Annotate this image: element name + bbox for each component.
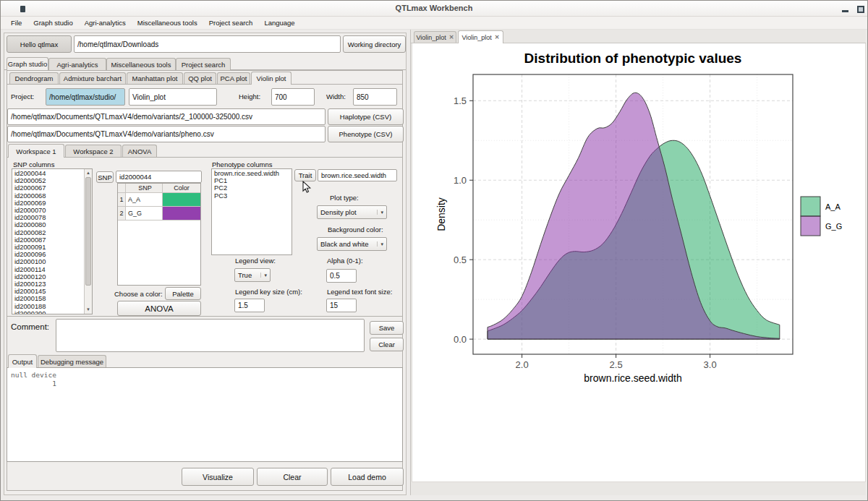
list-item[interactable]: id2000120: [14, 273, 92, 281]
menu-language[interactable]: Language: [258, 17, 300, 28]
visualize-button[interactable]: Visualize: [182, 468, 254, 486]
alpha-input[interactable]: [326, 269, 357, 283]
plot-type-select[interactable]: Density plot ▾: [317, 205, 387, 219]
palette-button[interactable]: Palette: [165, 287, 201, 300]
list-item[interactable]: brown.rice.seed.width: [214, 170, 292, 177]
save-button[interactable]: Save: [370, 321, 404, 335]
tab-graph-studio[interactable]: Graph studio: [7, 57, 48, 70]
mouse-cursor-icon: [302, 181, 312, 194]
tab-dendrogram[interactable]: Dendrogram: [9, 72, 59, 84]
menu-agri-analytics[interactable]: Agri-analytics: [79, 17, 132, 28]
list-item[interactable]: id2000200: [14, 310, 92, 314]
haplotype-path-input[interactable]: [7, 108, 326, 125]
tab-agri-analytics[interactable]: Agri-analytics: [48, 58, 106, 70]
output-box: null device 1: [7, 367, 403, 462]
list-item[interactable]: id2000114: [14, 266, 92, 273]
tab-project-search[interactable]: Project search: [176, 58, 231, 70]
minimize-icon[interactable]: [842, 10, 848, 12]
tab-anova[interactable]: ANOVA: [122, 145, 157, 157]
viewer-tab-violin-plot-2[interactable]: Violin_plot ✕: [458, 30, 503, 43]
working-directory-button[interactable]: Working directory: [343, 35, 406, 53]
svg-text:G_G: G_G: [825, 222, 842, 231]
snp-columns-list[interactable]: ▲ ▼ id2000044id2000052id2000067id2000068…: [12, 168, 93, 314]
close-icon[interactable]: ✕: [495, 34, 500, 40]
svg-text:2.0: 2.0: [516, 359, 529, 370]
haplotype-csv-button[interactable]: Haplotype (CSV): [328, 108, 404, 125]
working-directory-input[interactable]: [74, 35, 341, 53]
legend-key-size-label: Legend key size (cm):: [235, 288, 302, 296]
list-item[interactable]: id2000078: [14, 214, 92, 221]
clear-button[interactable]: Clear: [257, 468, 328, 486]
height-input[interactable]: [271, 88, 315, 106]
viewer-tab-violin-plot-1[interactable]: Violin_plot ✕: [414, 31, 456, 43]
phenotype-path-input[interactable]: [7, 126, 326, 142]
scroll-thumb[interactable]: [85, 177, 91, 286]
tab-qq-plot[interactable]: QQ plot: [184, 72, 216, 84]
color-swatch[interactable]: [163, 193, 200, 207]
list-item[interactable]: id2000087: [14, 236, 92, 244]
table-row[interactable]: 1 A_A: [118, 193, 200, 207]
comment-textarea[interactable]: [56, 319, 365, 352]
menu-file[interactable]: File: [5, 17, 27, 28]
snp-cell[interactable]: A_A: [126, 193, 163, 207]
tab-output[interactable]: Output: [8, 354, 37, 368]
phenotype-csv-button[interactable]: Phenotype (CSV): [328, 126, 404, 142]
scroll-down-icon[interactable]: ▼: [85, 306, 92, 314]
list-item[interactable]: id2000069: [14, 200, 92, 207]
table-row[interactable]: 2 G_G: [118, 207, 200, 220]
tab-debugging-message[interactable]: Debugging message: [38, 355, 106, 367]
list-item[interactable]: id2000080: [14, 221, 92, 228]
list-item[interactable]: id2000188: [14, 303, 92, 310]
list-item[interactable]: id2000044: [14, 170, 92, 177]
snp-input[interactable]: [116, 171, 202, 183]
tab-violin-plot[interactable]: Violin plot: [251, 72, 292, 85]
phenotype-columns-list[interactable]: brown.rice.seed.widthPC1PC2PC3: [211, 168, 292, 255]
plot-content: 0.00.51.01.52.02.53.0Distribution of phe…: [412, 43, 866, 482]
menu-graph-studio[interactable]: Graph studio: [27, 17, 78, 28]
tab-admixture-barchart[interactable]: Admixture barchart: [59, 72, 126, 84]
list-item[interactable]: PC2: [214, 184, 292, 192]
list-item[interactable]: id2000052: [14, 177, 92, 184]
list-item[interactable]: id2000100: [14, 258, 92, 265]
svg-text:1.0: 1.0: [454, 175, 467, 186]
clear-comment-button[interactable]: Clear: [370, 338, 404, 351]
list-item[interactable]: id2000091: [14, 244, 92, 251]
list-item[interactable]: id2000145: [14, 288, 92, 295]
project-dir-input[interactable]: [46, 88, 125, 106]
snp-list-scrollbar[interactable]: ▲ ▼: [84, 169, 92, 314]
hello-qtlmax-button[interactable]: Hello qtlmax: [7, 35, 72, 53]
snp-button[interactable]: SNP: [96, 171, 114, 183]
menu-misc-tools[interactable]: Miscellaneous tools: [132, 17, 203, 28]
tab-manhattan-plot[interactable]: Manhattan plot: [127, 72, 183, 84]
anova-button[interactable]: ANOVA: [117, 301, 201, 316]
list-item[interactable]: id2000158: [14, 295, 92, 302]
maximize-icon[interactable]: [857, 6, 864, 13]
project-name-input[interactable]: [129, 88, 217, 106]
tab-pca-plot[interactable]: PCA plot: [217, 72, 250, 84]
list-item[interactable]: id2000067: [14, 184, 92, 192]
list-item[interactable]: id2000096: [14, 251, 92, 258]
tab-workspace-2[interactable]: Workspace 2: [65, 145, 122, 157]
list-item[interactable]: PC3: [214, 192, 292, 200]
legend-font-size-input[interactable]: [326, 299, 357, 312]
svg-text:0.0: 0.0: [454, 334, 467, 345]
list-item[interactable]: id2000070: [14, 207, 92, 214]
scroll-up-icon[interactable]: ▲: [85, 169, 92, 177]
tab-misc-tools[interactable]: Miscellaneous tools: [106, 58, 176, 70]
color-swatch[interactable]: [163, 207, 200, 220]
list-item[interactable]: id2000123: [14, 281, 92, 288]
width-input[interactable]: [353, 88, 397, 106]
background-color-select[interactable]: Black and white ▾: [317, 237, 387, 251]
legend-key-size-input[interactable]: [234, 299, 265, 312]
list-item[interactable]: PC1: [214, 177, 292, 184]
list-item[interactable]: id2000068: [14, 192, 92, 200]
legend-view-select[interactable]: True ▾: [234, 268, 271, 282]
menu-project-search[interactable]: Project search: [203, 17, 259, 28]
snp-cell[interactable]: G_G: [126, 207, 163, 220]
trait-input[interactable]: [318, 169, 397, 181]
load-demo-button[interactable]: Load demo: [331, 468, 404, 486]
list-item[interactable]: id2000082: [14, 229, 92, 236]
close-icon[interactable]: ✕: [449, 34, 454, 40]
trait-button[interactable]: Trait: [294, 169, 316, 181]
tab-workspace-1[interactable]: Workspace 1: [8, 144, 64, 158]
